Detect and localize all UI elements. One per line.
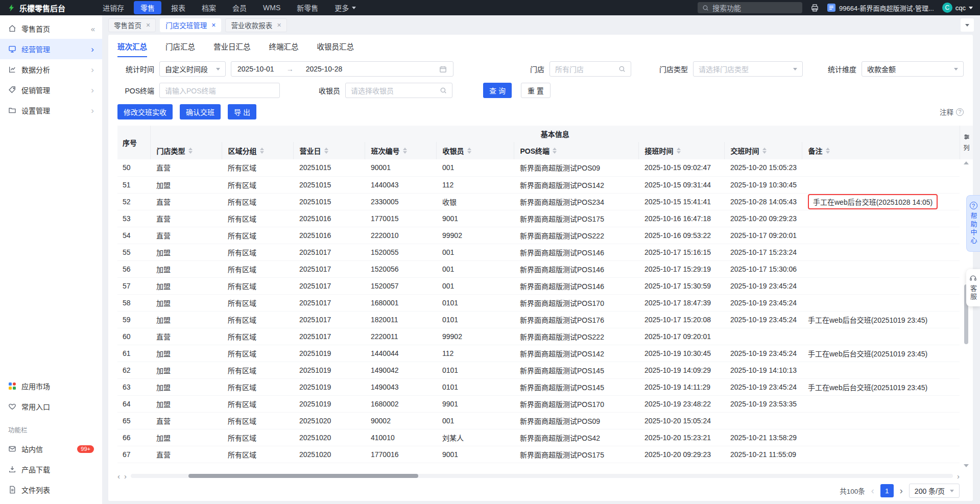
table-row[interactable]: 60直营所有区域20251017222001199902新界面商超版测试POS2… [117,328,960,345]
sort-icon[interactable] [260,148,264,154]
tab-revenue-report[interactable]: 营业收款报表 × [225,18,286,32]
sidebar-item-messages[interactable]: 站内信 99+ [0,439,102,459]
menu-item-new-retail[interactable]: 新零售 [290,1,325,14]
sidebar-item-favorites[interactable]: 常用入口 [0,396,102,417]
close-icon[interactable]: × [146,21,150,29]
horizontal-scroll-thumb[interactable] [188,474,419,478]
table-cell: 新界面商超版测试POS146 [514,260,638,277]
table-row[interactable]: 53直营所有区域2025101617700159001新界面商超版测试POS17… [117,210,960,227]
table-row[interactable]: 56加盟所有区域202510171520056001新界面商超版测试POS146… [117,260,960,277]
tenant-switcher[interactable]: 99664-新界面商超版测试-管理... [827,3,934,13]
close-icon[interactable]: × [211,21,216,29]
next-page-button[interactable]: › [900,486,903,495]
column-header[interactable]: 门店类型 [150,142,222,159]
menu-item-archives[interactable]: 档案 [195,1,223,14]
column-header[interactable]: 营业日 [293,142,365,159]
subtab-terminal-summary[interactable]: 终端汇总 [269,35,299,57]
modify-handover-amount-button[interactable]: 修改交班实收 [117,104,173,119]
scroll-left-button[interactable]: ‹ [117,472,120,480]
cashier-input[interactable]: 请选择收银员 [345,83,452,98]
table-row[interactable]: 62加盟所有区域2025101914900420101新界面商超版测试POS14… [117,362,960,378]
printer-icon[interactable] [810,4,819,12]
sidebar-item-app-market[interactable]: 应用市场 [0,376,102,396]
sort-icon[interactable] [188,148,193,154]
table-row[interactable]: 66加盟所有区域20251020410010刘某人新界面商超版测试POS4220… [117,429,960,446]
scroll-right-end-button[interactable]: › [957,472,960,480]
menu-item-inventory[interactable]: 进销存 [96,1,131,14]
store-type-select[interactable]: 请选择门店类型 [693,61,803,77]
tab-list-dropdown[interactable] [961,18,974,32]
table-row[interactable]: 61加盟所有区域202510191440044112新界面商超版测试POS142… [117,345,960,362]
menu-item-more[interactable]: 更多 [328,1,363,14]
table-row[interactable]: 57加盟所有区域202510171520057001新界面商超版测试POS146… [117,277,960,294]
menu-item-retail[interactable]: 零售 [134,1,161,14]
sidebar-item-file-list[interactable]: 文件列表 [0,479,102,500]
column-header[interactable]: 接班时间 [638,142,724,159]
column-header[interactable]: 交班时间 [724,142,802,159]
table-row[interactable]: 63加盟所有区域2025101914900430101新界面商超版测试POS14… [117,378,960,395]
help-center-tab[interactable]: ? 帮助中心 [966,195,980,252]
menu-item-wms[interactable]: WMS [256,2,287,13]
table-row[interactable]: 65直营所有区域2025102090002001新界面商超版测试POS09202… [117,412,960,429]
column-header[interactable]: POS终端 [514,142,638,159]
table-row[interactable]: 54直营所有区域20251016222001099902新界面商超版测试POS2… [117,227,960,244]
table-cell: 新界面商超版测试POS146 [514,277,638,294]
close-icon[interactable]: × [277,21,281,29]
store-input[interactable]: 所有门店 [549,61,631,77]
table-row[interactable]: 50直营所有区域2025101590001001新界面商超版测试POS09202… [117,159,960,176]
subtab-shift-summary[interactable]: 班次汇总 [117,35,147,57]
global-search-input[interactable]: 搜索功能 [698,2,802,13]
column-header[interactable]: 收银员 [436,142,514,159]
current-page[interactable]: 1 [880,484,894,497]
table-row[interactable]: 52直营所有区域202510152330005收银新界面商超版测试POS2342… [117,193,960,210]
sort-icon[interactable] [762,148,767,154]
sidebar-item-data-analysis[interactable]: 数据分析 › [0,59,102,80]
customer-service-tab[interactable]: 客服 [966,269,980,306]
column-header[interactable]: 区域分组 [222,142,293,159]
dimension-select[interactable]: 收款金额 [862,61,964,77]
sort-icon[interactable] [826,148,830,154]
column-header[interactable]: 班次编号 [365,142,436,159]
page-size-select[interactable]: 200 条/页 [909,484,960,498]
subtab-store-summary[interactable]: 门店汇总 [165,35,195,57]
tab-shift-management[interactable]: 门店交班管理 × [160,18,221,32]
prev-page-button[interactable]: ‹ [871,486,874,495]
table-row[interactable]: 59加盟所有区域2025101718200110101新界面商超版测试POS17… [117,311,960,328]
table-row[interactable]: 58加盟所有区域2025101716800010101新界面商超版测试POS17… [117,294,960,311]
table-row[interactable]: 55加盟所有区域202510171520055001新界面商超版测试POS146… [117,244,960,260]
column-settings-button[interactable]: 列 [960,126,973,159]
sort-icon[interactable] [553,148,557,154]
sidebar-item-management[interactable]: 经营管理 › [0,39,102,59]
note-toggle[interactable]: 注释 ? [940,107,964,117]
date-range-picker[interactable]: 2025-10-01 → 2025-10-28 [231,61,453,77]
scroll-right-button[interactable]: › [124,472,127,480]
sidebar-item-settings[interactable]: 设置管理 › [0,100,102,121]
sidebar-item-downloads[interactable]: 产品下载 [0,459,102,479]
pos-terminal-input[interactable]: 请输入POS终端 [159,83,280,98]
time-mode-select[interactable]: 自定义时间段 [159,61,226,77]
confirm-handover-button[interactable]: 确认交班 [180,104,221,119]
sort-icon[interactable] [324,148,328,154]
table-row[interactable]: 51加盟所有区域202510151440043112新界面商超版测试POS142… [117,176,960,193]
horizontal-scrollbar[interactable]: ‹ › › [117,472,960,479]
collapse-sidebar-icon[interactable]: « [91,25,94,33]
export-button[interactable]: 导 出 [228,104,256,119]
scroll-down-icon[interactable] [964,464,969,467]
query-button[interactable]: 查 询 [483,83,512,98]
subtab-cashier-summary[interactable]: 收银员汇总 [317,35,354,57]
app-logo[interactable]: 乐檬零售后台 [7,3,65,13]
sort-icon[interactable] [677,148,681,154]
subtab-business-day-summary[interactable]: 营业日汇总 [213,35,251,57]
table-row[interactable]: 67直营所有区域2025102017700169001新界面商超版测试POS17… [117,446,960,463]
menu-item-members[interactable]: 会员 [226,1,253,14]
sort-icon[interactable] [403,148,407,154]
sidebar-item-promotion[interactable]: 促销管理 › [0,80,102,100]
sort-icon[interactable] [467,148,471,154]
table-row[interactable]: 64加盟所有区域2025101916800029901新界面商超版测试POS17… [117,395,960,412]
tab-retail-home[interactable]: 零售首页 × [108,18,156,32]
menu-item-reports[interactable]: 报表 [164,1,192,14]
user-menu[interactable]: C cqc [942,3,973,13]
sidebar-item-retail-home[interactable]: 零售首页 « [0,18,102,39]
reset-button[interactable]: 重 置 [521,83,551,98]
column-header[interactable]: 备注 [802,142,960,159]
